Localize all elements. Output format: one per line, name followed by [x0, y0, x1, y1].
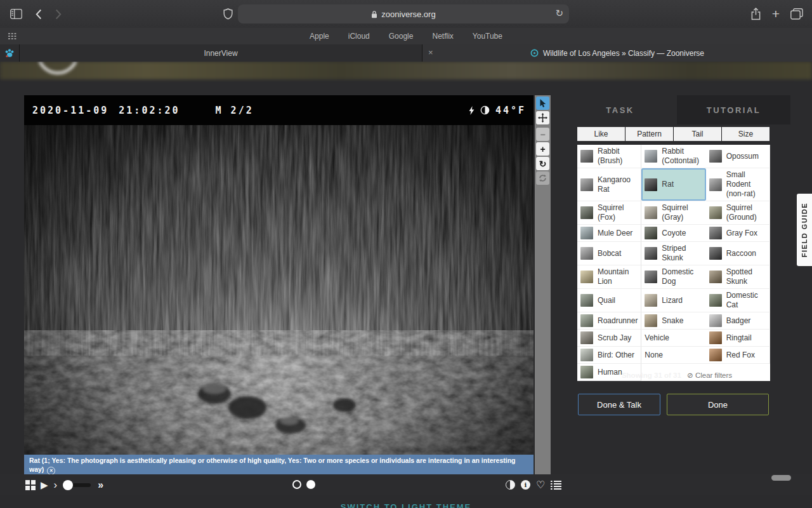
- choice-cell[interactable]: Raccoon: [706, 242, 770, 265]
- choice-cell[interactable]: Red Fox: [706, 347, 770, 364]
- choice-thumbnail: [645, 227, 657, 239]
- safari-window: zooniverse.org ↻ + AppleiCloudGoogleNetf…: [0, 0, 812, 508]
- lock-icon: [371, 10, 377, 18]
- image-toolbar: − + ↻: [535, 95, 551, 474]
- sidebar-icon[interactable]: [9, 0, 23, 28]
- clear-filters-link[interactable]: ⊘ Clear filters: [687, 371, 732, 379]
- choice-label: Coyote: [662, 229, 686, 238]
- choice-cell[interactable]: Squirrel (Ground): [706, 201, 770, 225]
- switch-theme-link[interactable]: SWITCH TO LIGHT THEME: [0, 502, 812, 508]
- project-hero-banner: [0, 62, 812, 79]
- choice-cell[interactable]: Squirrel (Fox): [577, 201, 641, 225]
- camera-osd-bar: 2020-11-09 21:02:20 M 2/2 44°F: [24, 95, 534, 125]
- choice-thumbnail: [709, 314, 722, 327]
- forward-icon[interactable]: [53, 0, 63, 28]
- choice-cell[interactable]: Vehicle: [641, 330, 705, 347]
- annotation-dismiss-icon[interactable]: ×: [47, 467, 55, 475]
- done-and-talk-button[interactable]: Done & Talk: [578, 394, 660, 415]
- tab-overview-icon[interactable]: [790, 0, 804, 28]
- favorites-grid-icon[interactable]: [8, 32, 17, 40]
- horizontal-scrollbar-thumb[interactable]: [771, 475, 791, 481]
- choice-cell[interactable]: Roadrunner: [577, 312, 641, 330]
- metadata-info-icon[interactable]: i: [521, 480, 530, 490]
- filter-button[interactable]: Size: [722, 127, 769, 141]
- osd-temperature: 44°F: [495, 105, 526, 116]
- favorites-link[interactable]: Apple: [310, 32, 329, 41]
- pan-tool[interactable]: [536, 111, 549, 124]
- url-bar[interactable]: zooniverse.org ↻: [238, 4, 569, 23]
- slider-knob[interactable]: [63, 480, 73, 490]
- privacy-shield-icon[interactable]: [222, 0, 233, 28]
- choice-cell[interactable]: Domestic Dog: [641, 265, 705, 289]
- back-icon[interactable]: [34, 0, 44, 28]
- reset-view-tool[interactable]: [536, 171, 549, 185]
- choice-cell[interactable]: Striped Skunk: [641, 242, 705, 265]
- frame-dot-2[interactable]: [306, 480, 315, 489]
- field-guide-tab[interactable]: FIELD GUIDE: [797, 194, 812, 266]
- fast-forward-icon[interactable]: »: [98, 479, 103, 491]
- choice-cell[interactable]: Mountain Lion: [577, 265, 641, 289]
- thumbnails-grid-icon[interactable]: [25, 480, 35, 490]
- choice-cell[interactable]: Scrub Jay: [577, 330, 641, 347]
- tab-task[interactable]: TASK: [563, 95, 677, 124]
- favorite-heart-icon[interactable]: ♡: [536, 480, 545, 490]
- filter-summary: Showing 31 of 31 ⊘ Clear filters: [563, 371, 790, 380]
- choice-cell[interactable]: Mule Deer: [577, 225, 641, 242]
- choice-cell[interactable]: Bobcat: [577, 242, 641, 265]
- choice-cell[interactable]: Coyote: [641, 225, 705, 242]
- favorites-link[interactable]: YouTube: [473, 32, 502, 41]
- done-button[interactable]: Done: [667, 394, 769, 415]
- rotate-tool[interactable]: ↻: [536, 157, 549, 170]
- filter-button[interactable]: Pattern: [625, 127, 673, 141]
- choice-label: Scrub Jay: [598, 333, 631, 343]
- zoom-out-tool[interactable]: −: [536, 128, 549, 141]
- zoom-in-tool[interactable]: +: [536, 142, 549, 156]
- choice-cell[interactable]: Rat: [641, 168, 705, 201]
- pointer-tool[interactable]: [536, 97, 549, 110]
- frame-dot-1[interactable]: [292, 480, 301, 489]
- annotation-text: Rat (1; Yes: The photograph is aesthetic…: [29, 457, 515, 473]
- subject-image[interactable]: 2020-11-09 21:02:20 M 2/2 44°F: [24, 95, 534, 455]
- choice-cell[interactable]: Ringtail: [706, 330, 770, 347]
- choice-cell[interactable]: Lizard: [641, 289, 705, 312]
- choice-cell[interactable]: Rabbit (Cottontail): [641, 145, 705, 168]
- choice-cell[interactable]: Kangaroo Rat: [577, 168, 641, 201]
- choice-cell[interactable]: Domestic Cat: [706, 289, 770, 312]
- zooniverse-classify-page: 2020-11-09 21:02:20 M 2/2 44°F Rat (1; Y…: [0, 62, 812, 508]
- tab-tutorial[interactable]: TUTORIAL: [677, 95, 790, 124]
- choice-label: Raccoon: [726, 249, 756, 258]
- choice-cell[interactable]: Spotted Skunk: [706, 265, 770, 289]
- choice-thumbnail: [709, 227, 722, 239]
- choice-thumbnail: [580, 227, 593, 239]
- invert-colors-icon[interactable]: [506, 480, 515, 490]
- pinned-tab-paw[interactable]: [0, 44, 20, 62]
- choice-cell[interactable]: Squirrel (Gray): [641, 201, 705, 225]
- choice-cell[interactable]: Gray Fox: [706, 225, 770, 242]
- filter-button[interactable]: Tail: [674, 127, 721, 141]
- choice-thumbnail: [580, 271, 593, 283]
- share-icon[interactable]: [749, 0, 762, 28]
- choice-cell[interactable]: Small Rodent (non-rat): [706, 168, 770, 201]
- favorites-link[interactable]: Google: [389, 32, 414, 41]
- choice-cell[interactable]: Quail: [577, 289, 641, 312]
- choice-label: Bobcat: [598, 249, 621, 258]
- play-icon[interactable]: ▶: [41, 480, 48, 490]
- choice-cell[interactable]: Opossum: [706, 145, 770, 168]
- choice-cell[interactable]: Snake: [641, 312, 705, 330]
- filter-button[interactable]: Like: [577, 127, 625, 141]
- tab-innerview[interactable]: InnerView: [20, 44, 422, 62]
- new-tab-icon[interactable]: +: [769, 0, 783, 28]
- tab-wildlife-la[interactable]: × Wildlife of Los Angeles » Classify — Z…: [422, 44, 812, 62]
- choice-cell[interactable]: Bird: Other: [577, 347, 641, 364]
- tab-close-icon[interactable]: ×: [428, 48, 433, 58]
- choice-label: Rabbit (Brush): [598, 147, 638, 166]
- reload-icon[interactable]: ↻: [555, 8, 563, 19]
- choice-cell[interactable]: None: [641, 347, 705, 364]
- speed-slider[interactable]: [63, 480, 92, 490]
- collections-list-icon[interactable]: [551, 481, 561, 490]
- next-frame-icon[interactable]: ›: [54, 479, 58, 490]
- choice-cell[interactable]: Badger: [706, 312, 770, 330]
- choice-cell[interactable]: Rabbit (Brush): [577, 145, 641, 168]
- favorites-link[interactable]: Netflix: [432, 32, 453, 41]
- favorites-link[interactable]: iCloud: [348, 32, 370, 41]
